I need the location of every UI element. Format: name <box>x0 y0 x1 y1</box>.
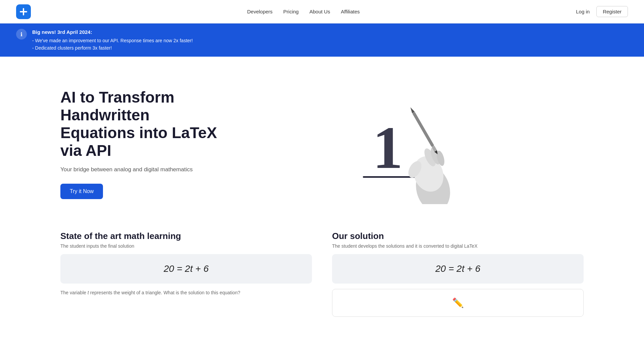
svg-text:1: 1 <box>373 114 403 181</box>
login-link[interactable]: Log in <box>576 9 590 14</box>
nav-links: Developers Pricing About Us Affiliates <box>247 9 360 15</box>
register-button[interactable]: Register <box>596 6 628 17</box>
info-icon: ℹ <box>16 29 27 40</box>
our-solution-card: Our solution The student develops the so… <box>332 231 584 317</box>
hero-title: AI to Transform Handwritten Equations in… <box>60 88 228 160</box>
svg-rect-10 <box>412 112 434 147</box>
our-solution-equation: 20 = 2t + 6 <box>435 263 480 274</box>
hero-right: 1 <box>228 83 584 204</box>
try-it-now-button[interactable]: Try it Now <box>60 184 103 199</box>
announcement-banner: ℹ Big news! 3rd April 2024: - We've made… <box>0 23 644 57</box>
nav-actions: Log in Register <box>576 6 628 17</box>
logo-icon <box>16 4 31 19</box>
math-learning-heading: State of the art math learning <box>60 231 312 241</box>
banner-line2: - Dedicated clusters perform 3x faster! <box>32 44 193 52</box>
nav-developers[interactable]: Developers <box>247 9 273 14</box>
nav-affiliates[interactable]: Affiliates <box>341 9 360 14</box>
navbar: Developers Pricing About Us Affiliates L… <box>0 0 644 23</box>
hero-section: AI to Transform Handwritten Equations in… <box>0 57 644 224</box>
logo[interactable] <box>16 4 31 19</box>
answer-input-box: ✏️ <box>332 289 584 317</box>
banner-title: Big news! 3rd April 2024: <box>32 28 193 36</box>
hero-left: AI to Transform Handwritten Equations in… <box>60 88 228 199</box>
hero-subtitle: Your bridge between analog and digital m… <box>60 166 228 173</box>
math-learning-card: State of the art math learning The stude… <box>60 231 312 317</box>
math-learning-subtext: The student inputs the final solution <box>60 243 312 249</box>
our-solution-heading: Our solution <box>332 231 584 241</box>
our-solution-equation-box: 20 = 2t + 6 <box>332 254 584 284</box>
features-section: State of the art math learning The stude… <box>0 231 644 317</box>
nav-about[interactable]: About Us <box>309 9 330 14</box>
word-problem-text: The variable t represents the weight of … <box>60 289 312 296</box>
banner-line1: - We've made an improvement to our API. … <box>32 37 193 44</box>
svg-rect-1 <box>23 8 24 15</box>
banner-text: Big news! 3rd April 2024: - We've made a… <box>32 28 193 52</box>
pencil-icon: ✏️ <box>452 297 464 308</box>
our-solution-subtext: The student develops the solutions and i… <box>332 243 584 249</box>
nav-pricing[interactable]: Pricing <box>283 9 299 14</box>
math-learning-equation: 20 = 2t + 6 <box>164 263 209 274</box>
hero-illustration: 1 <box>345 83 466 204</box>
svg-marker-11 <box>409 106 415 113</box>
math-learning-equation-box: 20 = 2t + 6 <box>60 254 312 284</box>
